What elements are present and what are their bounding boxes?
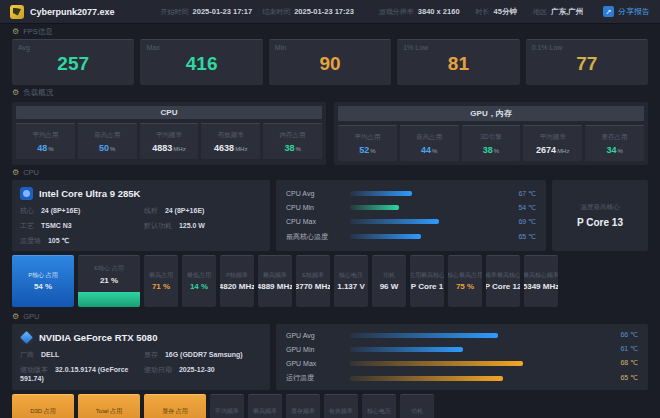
metric-label: 平均频率: [214, 408, 240, 415]
cpu-section-title: CPU: [23, 168, 39, 177]
duration: 时长 45分钟: [476, 7, 517, 17]
bar-track: [350, 361, 600, 366]
fps-card: 0.1% Low 77: [526, 39, 648, 85]
title-bar: Cyberpunk2077.exe 开始时间 2025-01-23 17:17 …: [0, 0, 660, 24]
app-title: Cyberpunk2077.exe: [30, 7, 115, 17]
cpu-metric-card: 最低占用 14 %: [182, 255, 216, 307]
metric-label: 功耗: [382, 272, 396, 279]
stat-card: 显存占用 34%: [585, 125, 644, 161]
spec-value: 24 (8P+16E): [165, 207, 205, 214]
cpu-metric-card: P核心 占用 54 %: [12, 255, 74, 307]
temp-bar-row: CPU Avg 67 ℃: [286, 190, 536, 198]
cpu-metric-card: P核频率 4820 MHz: [220, 255, 254, 307]
metric-value: 21 %: [100, 276, 118, 285]
start-time-value: 2025-01-23 17:17: [193, 7, 253, 16]
load-groups: CPU 平均占用 48% 最高占用 50% 平均频率 4883MHz: [0, 100, 660, 165]
spec-value: 16G (GDDR7 Samsung): [165, 351, 243, 358]
temp-bar-row: GPU Max 68 ℃: [286, 359, 638, 367]
gpu-metric-card: D3D 占用 75 %: [12, 394, 74, 418]
gpu-name-row: NVIDIA GeForce RTX 5080: [20, 331, 262, 344]
stat-card: 最高占用 44%: [400, 125, 459, 161]
temp-bar-row: CPU Max 69 ℃: [286, 218, 536, 226]
spec-label: 显存: [144, 351, 158, 358]
metric-value: 5349 MHz: [524, 282, 558, 291]
stat-label: 有效频率: [218, 131, 244, 140]
spec-label: 核心: [20, 207, 34, 214]
bar-fill: [350, 191, 412, 196]
session-times: 开始时间 2025-01-23 17:17 结束时间 2025-01-23 17…: [161, 7, 354, 17]
cpu-spec-item: 工艺 TSMC N3: [20, 221, 144, 231]
fps-card-label: 0.1% Low: [532, 44, 563, 51]
gpu-metric-card: 显存频率 1887 MHz: [286, 394, 320, 418]
stat-value: 38%: [483, 145, 499, 155]
stat-label: 最高占用: [416, 133, 442, 142]
bar-fill: [350, 333, 498, 338]
stat-value: 4883MHz: [152, 143, 185, 153]
stat-label: 最高占用: [94, 131, 120, 140]
bar-label: GPU Min: [286, 346, 342, 353]
cpu-group-title: CPU: [16, 106, 322, 119]
metric-label: D3D 占用: [29, 408, 57, 415]
gpu-metric-card: 平均频率 2634 MHz: [210, 394, 244, 418]
stat-label: 平均占用: [354, 133, 380, 142]
share-label: 分享报告: [618, 6, 650, 17]
gpu-spec-item: 驱动版本 32.0.15.9174 (GeForce 591.74): [20, 365, 144, 382]
metric-label: P核频率: [225, 272, 249, 279]
spec-label: 驱动版本: [20, 366, 48, 373]
metric-label: 占用最高核心: [410, 272, 444, 279]
metric-value: 71 %: [152, 282, 170, 291]
fps-card-label: Max: [146, 44, 159, 51]
bar-fill: [350, 376, 503, 381]
fps-section-title: FPS信息: [23, 27, 53, 37]
metric-label: 显存 占用: [161, 408, 189, 415]
metric-label: 最高频率: [262, 272, 288, 279]
temp-bar-row: GPU Min 61 ℃: [286, 345, 638, 353]
cpu-load-stats: 平均占用 48% 最高占用 50% 平均频率 4883MHz 有效频率 4638…: [16, 123, 322, 159]
cpu-hottest-core-panel: 温度最高核心 P Core 13: [552, 180, 648, 251]
resolution-label: 游戏分辨率: [379, 7, 414, 17]
share-report-button[interactable]: ↗ 分享报告: [603, 6, 650, 17]
duration-label: 时长: [476, 7, 490, 17]
bar-track: [350, 234, 498, 239]
end-time-value: 2025-01-23 17:23: [294, 7, 354, 16]
metric-label: Total 占用: [95, 408, 123, 415]
duration-value: 45分钟: [494, 7, 517, 17]
temp-bar-row: 最高核心温度 65 ℃: [286, 232, 536, 242]
cpu-name: Intel Core Ultra 9 285K: [39, 188, 140, 199]
spec-value: 24 (8P+16E): [41, 207, 81, 214]
spec-value: 125.0 W: [179, 222, 205, 229]
gpu-metric-card: 最高频率 2782 MHz: [248, 394, 282, 418]
gpu-info-panel: NVIDIA GeForce RTX 5080 厂商 DELL 显存 16G (…: [12, 324, 270, 390]
spec-label: 默认功耗: [144, 222, 172, 229]
bar-value: 65 ℃: [506, 233, 536, 241]
metric-label: 核心最高占用: [448, 272, 482, 279]
metric-value: 14 %: [190, 282, 208, 291]
fps-card: Max 416: [140, 39, 262, 85]
metric-label: 显存频率: [290, 408, 316, 415]
spec-value: 105 ℃: [48, 237, 70, 244]
gpu-spec-grid: 厂商 DELL 显存 16G (GDDR7 Samsung) 驱动版本 32.0…: [20, 350, 262, 382]
bar-fill: [350, 219, 439, 224]
metric-value: P Core 12: [486, 282, 520, 291]
start-time-label: 开始时间: [161, 7, 189, 17]
bar-value: 66 ℃: [608, 331, 638, 339]
gear-icon: ⚙: [12, 169, 19, 177]
metric-value: 3770 MHz: [296, 282, 330, 291]
metric-label: E核心 占用: [93, 265, 125, 272]
cpu-metric-card: 最高频率 4889 MHz: [258, 255, 292, 307]
cpu-load-group: CPU 平均占用 48% 最高占用 50% 平均频率 4883MHz: [12, 102, 326, 165]
gpu-load-group: GPU，内存 平均占用 52% 最高占用 44% 3D引擎 38%: [334, 102, 648, 165]
load-section-header: ⚙ 负载概况: [0, 85, 660, 100]
metric-label: 最高占用: [148, 272, 174, 279]
metric-value: 75 %: [456, 282, 474, 291]
bar-label: CPU Min: [286, 204, 342, 211]
metric-label: E核频率: [301, 272, 325, 279]
stat-card: 平均占用 48%: [16, 123, 75, 159]
stat-value: 4638MHz: [214, 143, 247, 153]
cpu-spec-grid: 核心 24 (8P+16E) 线程 24 (8P+16E) 工艺 TSMC N3…: [20, 206, 262, 246]
app-icon: [10, 5, 24, 19]
bar-track: [350, 347, 600, 352]
cpu-spec-item: 温度墙 105 ℃: [20, 236, 144, 246]
gpu-spec-item: 显存 16G (GDDR7 Samsung): [144, 350, 262, 360]
gpu-section-header: ⚙ GPU: [0, 309, 660, 323]
